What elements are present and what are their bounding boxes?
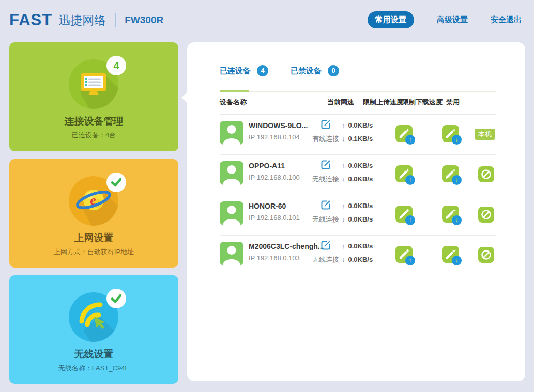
limit-download-button[interactable]: ↓ [442,246,459,263]
device-avatar-icon [220,242,243,265]
upload-speed: 0.0KB/s [348,202,373,210]
connection-type: 有线连接 [308,134,344,144]
limit-download-button[interactable]: ↓ [442,165,459,182]
edit-icon [320,199,331,211]
speed-cell: ↑0.0KB/s ↓0.0KB/s [342,199,373,226]
download-speed: 0.0KB/s [348,175,373,183]
tab-underline [220,91,496,92]
upload-badge-icon: ↑ [405,215,415,225]
connection-type: 无线连接 [308,215,344,224]
table-row: M2006C3LC-chengh... IP 192.168.0.103 无线连… [220,236,496,276]
table-header: 设备名称 当前网速 限制上传速度 限制下载速度 禁用 [220,98,496,115]
download-arrow-icon: ↓ [342,256,345,263]
col-ban: 禁用 [446,98,460,107]
fast-logo: FAST [9,11,52,29]
ban-icon [478,207,494,223]
limit-upload-button[interactable]: ↑ [395,206,413,223]
edit-name-button[interactable] [320,119,331,132]
download-badge-icon: ↓ [452,256,462,265]
edit-icon [320,159,331,170]
upload-speed: 0.0KB/s [348,242,373,250]
connection-cell: 无线连接 [308,199,344,224]
edit-name-button[interactable] [320,199,331,213]
device-ip: IP 192.168.0.100 [249,174,300,181]
speed-cell: ↑0.0KB/s ↓0.0KB/s [342,159,373,186]
main-panel: 已连设备 4 已禁设备 0 设备名称 当前网速 限制上传速度 限制下载速度 禁用… [187,42,525,381]
top-nav: 常用设置 高级设置 安全退出 [368,11,522,28]
upload-arrow-icon: ↑ [342,162,345,169]
connection-type: 无线连接 [308,175,344,184]
local-device-badge: 本机 [475,129,495,140]
upload-speed: 0.0KB/s [348,121,373,129]
connection-cell: 无线连接 [308,159,344,184]
card-wireless-settings[interactable]: 无线设置 无线名称：FAST_C94E [9,275,178,384]
disable-device-button[interactable] [478,247,494,263]
banned-count: 0 [328,65,339,76]
upload-speed: 0.0KB/s [348,162,373,169]
download-arrow-icon: ↓ [342,215,345,223]
speed-cell: ↑0.0KB/s ↓0.1KB/s [342,119,373,146]
download-speed: 0.1KB/s [348,135,373,143]
connection-cell: 有线连接 [308,119,344,144]
active-tab-indicator [220,90,249,92]
brand-area: FAST 迅捷网络 FW300R [9,11,163,29]
nav-advanced-settings[interactable]: 高级设置 [437,15,468,25]
card-internet-settings[interactable]: e 上网设置 上网方式：自动获得IP地址 [9,159,178,268]
upload-badge-icon: ↑ [405,175,415,185]
device-table: WINDOWS-9LO... IP 192.168.0.104 有线连接 ↑0.… [220,115,496,276]
device-info: OPPO-A11 IP 192.168.0.100 [249,162,300,181]
ban-icon [478,166,494,182]
upload-badge-icon: ↑ [405,256,415,265]
active-card-pointer [181,92,188,103]
limit-upload-button[interactable]: ↑ [395,246,413,263]
device-info: HONOR-60 IP 192.168.0.101 [249,202,300,222]
device-info: WINDOWS-9LO... IP 192.168.0.104 [249,121,308,141]
disable-device-button[interactable] [478,207,494,223]
download-badge-icon: ↓ [452,175,462,185]
router-model: FW300R [125,14,163,26]
card-title: 无线设置 [9,348,178,361]
brand-divider [115,13,116,27]
ban-icon [478,247,494,263]
device-ip: IP 192.168.0.101 [249,214,300,222]
col-limit-upload: 限制上传速度 [363,98,403,107]
edit-icon [320,119,331,130]
device-name: WINDOWS-9LO... [249,121,308,130]
card-connected-devices[interactable]: 4 连接设备管理 已连设备：4台 [9,42,178,151]
upload-badge-icon: ↑ [405,135,415,145]
col-limit-download: 限制下载速度 [402,98,443,107]
check-icon [106,289,126,308]
card-subtitle: 已连设备：4台 [9,131,178,140]
limit-download-button[interactable]: ↓ [442,125,459,142]
device-avatar-icon [220,161,243,185]
device-tabs: 已连设备 4 已禁设备 0 [220,65,339,76]
tab-connected-devices[interactable]: 已连设备 4 [220,65,268,76]
device-avatar-icon [220,201,243,225]
limit-download-button[interactable]: ↓ [442,206,459,223]
nav-logout[interactable]: 安全退出 [491,15,522,25]
speed-cell: ↑0.0KB/s ↓0.0KB/s [342,240,373,266]
edit-name-button[interactable] [320,159,331,173]
tab-banned-devices[interactable]: 已禁设备 0 [291,65,339,76]
limit-upload-button[interactable]: ↑ [395,165,413,182]
nav-common-settings[interactable]: 常用设置 [368,11,414,28]
connection-type: 无线连接 [308,255,344,264]
download-arrow-icon: ↓ [342,175,345,183]
upload-arrow-icon: ↑ [342,121,345,129]
upload-arrow-icon: ↑ [342,202,345,210]
device-name: HONOR-60 [249,202,300,210]
device-ip: IP 192.168.0.104 [249,133,308,141]
upload-arrow-icon: ↑ [342,242,345,250]
table-row: OPPO-A11 IP 192.168.0.100 无线连接 ↑0.0KB/s … [220,155,496,195]
connected-count-badge: 4 [106,56,126,75]
download-arrow-icon: ↓ [342,135,345,143]
col-device-name: 设备名称 [220,98,247,107]
disable-device-button[interactable] [478,166,494,182]
check-icon [106,173,126,192]
device-avatar-icon [220,121,243,145]
top-header: FAST 迅捷网络 FW300R 常用设置 高级设置 安全退出 [0,0,534,42]
limit-upload-button[interactable]: ↑ [395,125,413,142]
edit-name-button[interactable] [320,240,331,253]
card-subtitle: 上网方式：自动获得IP地址 [9,247,178,257]
download-speed: 0.0KB/s [348,215,373,223]
